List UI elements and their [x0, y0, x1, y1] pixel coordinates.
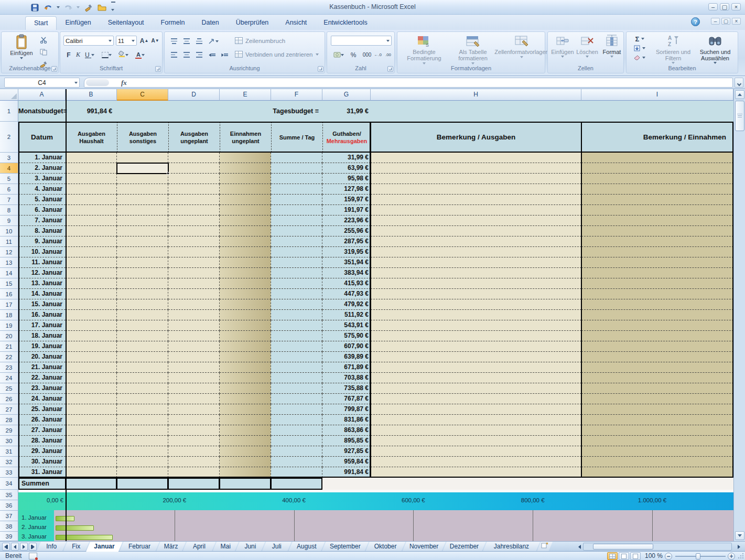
- cell-E20[interactable]: [220, 331, 271, 341]
- cell-F16[interactable]: [271, 289, 322, 299]
- cell-F8[interactable]: [271, 205, 322, 216]
- close-button[interactable]: ×: [731, 3, 741, 10]
- cell-F21[interactable]: [271, 341, 322, 352]
- cell-C31[interactable]: [117, 446, 168, 457]
- row-header-8[interactable]: 8: [0, 205, 18, 216]
- cell-F29[interactable]: [271, 425, 322, 436]
- decrease-decimal-button[interactable]: .00: [384, 50, 393, 60]
- cell-G23[interactable]: 671,89 €: [322, 362, 371, 373]
- cell-C19[interactable]: [117, 320, 168, 331]
- clear-button[interactable]: [631, 53, 649, 62]
- cell-F7[interactable]: [271, 195, 322, 205]
- row-header-24[interactable]: 24: [0, 373, 18, 383]
- font-size-combo[interactable]: 11: [116, 36, 137, 46]
- row34-empty-area[interactable]: [322, 478, 733, 490]
- cell-E17[interactable]: [220, 299, 271, 310]
- row-header-5[interactable]: 5: [0, 174, 18, 184]
- cell-C7[interactable]: [117, 195, 168, 205]
- row-header-9[interactable]: 9: [0, 216, 18, 226]
- cell-I16[interactable]: [581, 289, 733, 299]
- format-cells-button[interactable]: Format: [600, 34, 624, 58]
- row-header-37[interactable]: 37: [0, 511, 18, 521]
- number-format-combo[interactable]: [331, 36, 392, 46]
- cell-H9[interactable]: [371, 216, 581, 226]
- cell-G32[interactable]: 959,84 €: [322, 457, 371, 467]
- number-dialog-launcher[interactable]: [387, 66, 393, 72]
- cell-G28[interactable]: 831,86 €: [322, 415, 371, 425]
- column-header-f[interactable]: F: [271, 89, 322, 101]
- cell-A13[interactable]: 11. Januar: [18, 257, 66, 268]
- zoom-slider-thumb[interactable]: [696, 553, 700, 559]
- cell-H12[interactable]: [371, 247, 581, 257]
- cell-B6[interactable]: [66, 184, 117, 195]
- cell-C12[interactable]: [117, 247, 168, 257]
- cell-B10[interactable]: [66, 226, 117, 236]
- select-all-corner[interactable]: [0, 89, 18, 101]
- cell-E29[interactable]: [220, 425, 271, 436]
- row-header-39[interactable]: 39: [0, 532, 18, 541]
- cell-F14[interactable]: [271, 268, 322, 278]
- align-top-icon[interactable]: [169, 36, 179, 46]
- grow-font-button[interactable]: A▲: [139, 36, 149, 46]
- cell-F9[interactable]: [271, 216, 322, 226]
- row-header-16[interactable]: 16: [0, 289, 18, 299]
- sheet-tab-februar[interactable]: Februar: [120, 542, 159, 552]
- cell-A30[interactable]: 28. Januar: [18, 436, 66, 446]
- underline-button[interactable]: U: [83, 50, 96, 60]
- cell-A26[interactable]: 24. Januar: [18, 394, 66, 404]
- cell-I14[interactable]: [581, 268, 733, 278]
- cell-G9[interactable]: 223,96 €: [322, 216, 371, 226]
- cell-C6[interactable]: [117, 184, 168, 195]
- cell-G26[interactable]: 767,87 €: [322, 394, 371, 404]
- font-name-combo[interactable]: Calibri: [63, 36, 114, 46]
- cell-H3[interactable]: [371, 153, 581, 163]
- workbook-close-button[interactable]: ×: [732, 18, 741, 25]
- cell-E9[interactable]: [220, 216, 271, 226]
- copy-button[interactable]: [39, 47, 48, 57]
- cell-B23[interactable]: [66, 362, 117, 373]
- cell-A20[interactable]: 18. Januar: [18, 331, 66, 341]
- cell-H15[interactable]: [371, 278, 581, 289]
- cell-F18[interactable]: [271, 310, 322, 320]
- alignment-dialog-launcher[interactable]: [318, 66, 323, 72]
- cell-H6[interactable]: [371, 184, 581, 195]
- horizontal-scrollbar[interactable]: [583, 543, 732, 551]
- row-header-17[interactable]: 17: [0, 299, 18, 310]
- column-header-e[interactable]: E: [220, 89, 271, 101]
- cell-H22[interactable]: [371, 352, 581, 362]
- row-header-29[interactable]: 29: [0, 425, 18, 436]
- cell-C16[interactable]: [117, 289, 168, 299]
- sheet-tab-juli[interactable]: Juli: [262, 542, 291, 552]
- cut-button[interactable]: [39, 35, 48, 45]
- cell-B21[interactable]: [66, 341, 117, 352]
- cell-C24[interactable]: [117, 373, 168, 383]
- format-as-table-button[interactable]: Als Tabelle formatieren: [449, 34, 496, 64]
- cell-I25[interactable]: [581, 383, 733, 394]
- zoom-level[interactable]: 100 %: [645, 552, 663, 559]
- cell-C26[interactable]: [117, 394, 168, 404]
- cell-I3[interactable]: [581, 153, 733, 163]
- cell-B11[interactable]: [66, 236, 117, 247]
- row-header-27[interactable]: 27: [0, 404, 18, 415]
- column-header-g[interactable]: G: [322, 89, 371, 101]
- cell-D32[interactable]: [168, 457, 220, 467]
- cell-E19[interactable]: [220, 320, 271, 331]
- delete-cells-button[interactable]: Löschen: [575, 34, 599, 58]
- cell-I10[interactable]: [581, 226, 733, 236]
- cell-C21[interactable]: [117, 341, 168, 352]
- cell-B28[interactable]: [66, 415, 117, 425]
- cell-D7[interactable]: [168, 195, 220, 205]
- cell-H18[interactable]: [371, 310, 581, 320]
- cell-E28[interactable]: [220, 415, 271, 425]
- table-header-row[interactable]: Datum AusgabenHaushalt Ausgabensonstiges…: [18, 122, 733, 153]
- cell-I30[interactable]: [581, 436, 733, 446]
- cell-G29[interactable]: 863,86 €: [322, 425, 371, 436]
- comma-style-button[interactable]: 000: [360, 50, 374, 60]
- cell-C15[interactable]: [117, 278, 168, 289]
- last-sheet-button[interactable]: [29, 543, 37, 551]
- cell-C22[interactable]: [117, 352, 168, 362]
- cell-F24[interactable]: [271, 373, 322, 383]
- cell-E25[interactable]: [220, 383, 271, 394]
- cell-I28[interactable]: [581, 415, 733, 425]
- cell-H25[interactable]: [371, 383, 581, 394]
